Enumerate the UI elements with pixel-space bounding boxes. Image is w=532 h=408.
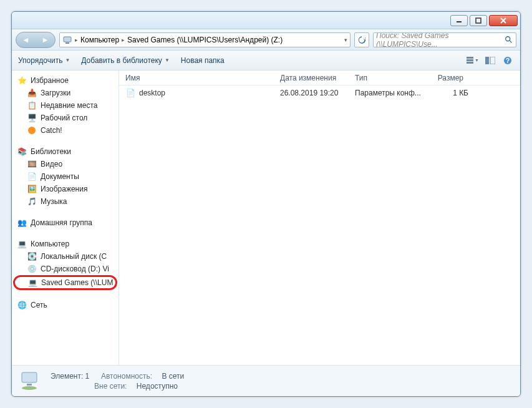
file-icon: 📄 — [125, 88, 135, 98]
sidebar-item-local-disk[interactable]: 💽Локальный диск (C — [12, 250, 118, 263]
address-bar: ◄ ► ▸ Компьютер ▸ Saved Games (\\LUMPICS… — [12, 29, 520, 51]
preview-button[interactable] — [484, 55, 496, 66]
svg-rect-11 — [485, 57, 489, 64]
libraries-icon: 📚 — [17, 147, 27, 157]
organize-button[interactable]: Упорядочить▼ — [18, 56, 70, 65]
chevron-down-icon: ▼ — [165, 57, 170, 63]
sidebar-network[interactable]: 🌐Сеть — [12, 299, 118, 311]
sidebar-favorites[interactable]: ⭐Избранное — [12, 74, 118, 87]
svg-line-7 — [510, 40, 512, 42]
back-icon: ◄ — [22, 36, 30, 44]
column-headers[interactable]: Имя Дата изменения Тип Размер — [119, 70, 520, 85]
chevron-right-icon: ▸ — [122, 37, 125, 43]
forward-icon: ► — [42, 36, 49, 44]
col-size[interactable]: Размер — [425, 74, 468, 82]
catch-icon — [27, 125, 37, 135]
svg-rect-12 — [490, 57, 495, 64]
sidebar-item-catch[interactable]: Catch! — [12, 124, 118, 137]
file-row[interactable]: 📄desktop 26.08.2019 19:20 Параметры конф… — [119, 85, 520, 100]
svg-rect-9 — [467, 59, 473, 61]
net-drive-large-icon — [18, 370, 43, 392]
sidebar-item-images[interactable]: 🖼️Изображения — [12, 183, 118, 195]
network-icon: 🌐 — [17, 300, 27, 310]
search-icon — [505, 36, 513, 44]
sidebar-item-recent[interactable]: 📋Недавние места — [12, 99, 118, 112]
sidebar-item-downloads[interactable]: 📥Загрузки — [12, 87, 118, 99]
sidebar-item-music[interactable]: 🎵Музыка — [12, 195, 118, 208]
breadcrumb-computer[interactable]: Компьютер — [80, 36, 119, 44]
refresh-button[interactable] — [354, 32, 369, 47]
downloads-icon: 📥 — [27, 88, 37, 98]
chevron-right-icon: ▸ — [75, 37, 78, 43]
sidebar-item-documents[interactable]: 📄Документы — [12, 170, 118, 183]
video-icon: 🎞️ — [27, 159, 37, 169]
search-placeholder: Поиск: Saved Games (\\LUMPICS\Use... — [376, 32, 502, 47]
svg-point-15 — [28, 127, 36, 134]
breadcrumb[interactable]: ▸ Компьютер ▸ Saved Games (\\LUMPICS\Use… — [59, 32, 351, 47]
sidebar-item-desktop[interactable]: 🖥️Рабочий стол — [12, 112, 118, 124]
svg-text:?: ? — [506, 57, 510, 64]
disk-icon: 💽 — [27, 251, 37, 261]
svg-point-6 — [506, 36, 510, 41]
sidebar-libraries[interactable]: 📚Библиотеки — [12, 145, 118, 158]
desktop-icon: 🖥️ — [27, 113, 37, 123]
newfolder-button[interactable]: Новая папка — [181, 56, 225, 65]
search-input[interactable]: Поиск: Saved Games (\\LUMPICS\Use... — [373, 32, 516, 47]
col-type[interactable]: Тип — [355, 74, 425, 82]
toolbar: Упорядочить▼ Добавить в библиотеку▼ Нова… — [12, 51, 520, 70]
svg-rect-1 — [476, 18, 481, 23]
col-name[interactable]: Имя — [125, 74, 280, 82]
drive-icon — [62, 35, 72, 45]
sidebar-computer[interactable]: 💻Компьютер — [12, 238, 118, 250]
computer-icon: 💻 — [17, 239, 27, 249]
sidebar: ⭐Избранное 📥Загрузки 📋Недавние места 🖥️Р… — [12, 70, 119, 365]
music-icon: 🎵 — [27, 197, 37, 206]
explorer-window: ◄ ► ▸ Компьютер ▸ Saved Games (\\LUMPICS… — [11, 11, 521, 397]
status-elem: Элемент: 1 — [51, 372, 89, 381]
documents-icon: 📄 — [27, 172, 37, 182]
svg-point-18 — [22, 386, 37, 390]
sidebar-item-saved-games[interactable]: 💻Saved Games (\\LUM — [13, 275, 117, 290]
svg-rect-5 — [65, 42, 69, 44]
images-icon: 🖼️ — [27, 184, 37, 194]
view-button[interactable]: ▼ — [467, 55, 479, 66]
breadcrumb-location[interactable]: Saved Games (\\LUMPICS\Users\Андрей) (Z:… — [127, 36, 283, 44]
cd-icon: 💿 — [27, 264, 37, 274]
help-button[interactable]: ? — [501, 55, 514, 66]
sidebar-item-video[interactable]: 🎞️Видео — [12, 158, 118, 170]
svg-rect-10 — [467, 62, 473, 64]
minimize-button[interactable] — [450, 15, 468, 26]
status-bar: Элемент: 1 Автономность: В сети Вне сети… — [12, 365, 520, 396]
sidebar-item-cd[interactable]: 💿CD-дисковод (D:) Vi — [12, 263, 118, 275]
maximize-button[interactable] — [470, 15, 487, 26]
nav-buttons[interactable]: ◄ ► — [16, 32, 56, 48]
svg-rect-8 — [467, 57, 473, 59]
chevron-down-icon[interactable]: ▾ — [344, 37, 347, 43]
col-date[interactable]: Дата изменения — [280, 74, 355, 82]
include-button[interactable]: Добавить в библиотеку▼ — [81, 56, 169, 65]
star-icon: ⭐ — [17, 75, 27, 85]
homegroup-icon: 👥 — [17, 218, 27, 228]
svg-rect-16 — [22, 372, 37, 382]
net-drive-icon: 💻 — [27, 278, 37, 288]
svg-rect-4 — [64, 37, 71, 42]
recent-icon: 📋 — [27, 100, 37, 110]
file-pane: Имя Дата изменения Тип Размер 📄desktop 2… — [119, 70, 520, 365]
close-button[interactable] — [489, 15, 518, 26]
svg-rect-17 — [27, 384, 32, 386]
titlebar — [12, 12, 520, 29]
chevron-down-icon: ▼ — [65, 57, 70, 63]
sidebar-homegroup[interactable]: 👥Домашняя группа — [12, 216, 118, 229]
